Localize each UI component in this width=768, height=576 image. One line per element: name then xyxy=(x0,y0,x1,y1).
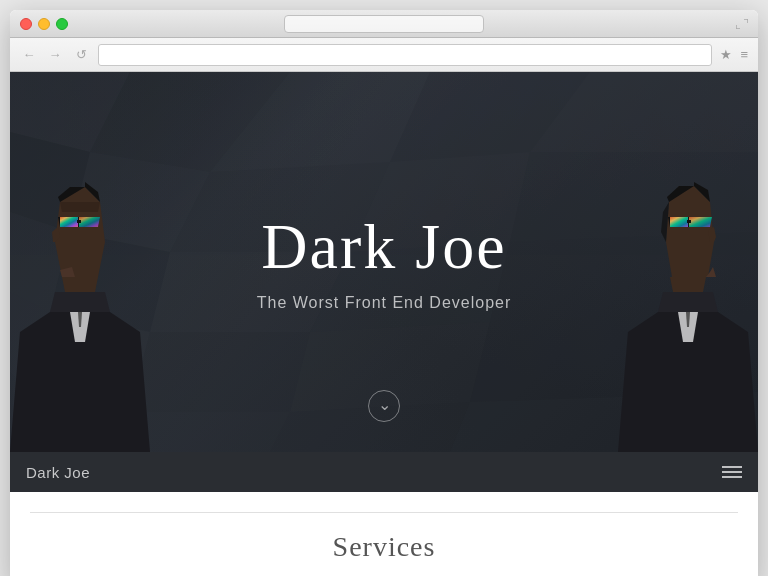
services-section: Services xyxy=(10,492,758,576)
hero-title: Dark Joe xyxy=(257,212,512,282)
svg-marker-26 xyxy=(50,292,110,312)
back-button[interactable]: ← xyxy=(20,46,38,64)
hero-section: Dark Joe The Worst Front End Developer xyxy=(10,72,758,452)
hamburger-line-2 xyxy=(722,471,742,473)
hero-text: Dark Joe The Worst Front End Developer xyxy=(257,212,512,312)
resize-icon xyxy=(736,19,748,29)
title-bar xyxy=(10,10,758,38)
browser-toolbar: ← → ↺ ★ ≡ xyxy=(10,38,758,72)
scroll-indicator[interactable] xyxy=(368,390,400,422)
address-bar-display xyxy=(284,15,484,33)
hamburger-menu[interactable] xyxy=(722,466,742,478)
title-bar-center xyxy=(284,15,484,33)
services-title: Services xyxy=(333,531,436,563)
svg-marker-45 xyxy=(666,186,714,277)
svg-rect-36 xyxy=(77,220,81,223)
svg-marker-41 xyxy=(658,292,718,312)
close-button[interactable] xyxy=(20,18,32,30)
sticky-nav: Dark Joe xyxy=(10,452,758,492)
hero-subtitle: The Worst Front End Developer xyxy=(257,294,512,312)
svg-marker-39 xyxy=(60,202,100,212)
hamburger-line-1 xyxy=(722,466,742,468)
character-right xyxy=(598,112,758,452)
svg-marker-29 xyxy=(62,277,98,292)
svg-marker-44 xyxy=(670,277,706,292)
svg-marker-35 xyxy=(79,217,100,227)
svg-marker-34 xyxy=(60,217,78,227)
services-divider xyxy=(30,512,738,513)
toolbar-right: ★ ≡ xyxy=(720,47,748,62)
refresh-button[interactable]: ↺ xyxy=(72,46,90,64)
title-bar-right xyxy=(736,19,748,29)
svg-rect-51 xyxy=(687,220,691,223)
forward-button[interactable]: → xyxy=(46,46,64,64)
minimize-button[interactable] xyxy=(38,18,50,30)
url-bar[interactable] xyxy=(98,44,712,66)
maximize-button[interactable] xyxy=(56,18,68,30)
mac-window: ← → ↺ ★ ≡ xyxy=(10,10,758,576)
bookmark-icon[interactable]: ★ xyxy=(720,47,732,62)
character-left xyxy=(10,112,170,452)
nav-brand: Dark Joe xyxy=(26,464,90,481)
svg-marker-50 xyxy=(689,217,712,227)
hamburger-line-3 xyxy=(722,476,742,478)
svg-marker-49 xyxy=(670,217,688,227)
traffic-lights xyxy=(20,18,68,30)
browser-menu-icon[interactable]: ≡ xyxy=(740,47,748,62)
